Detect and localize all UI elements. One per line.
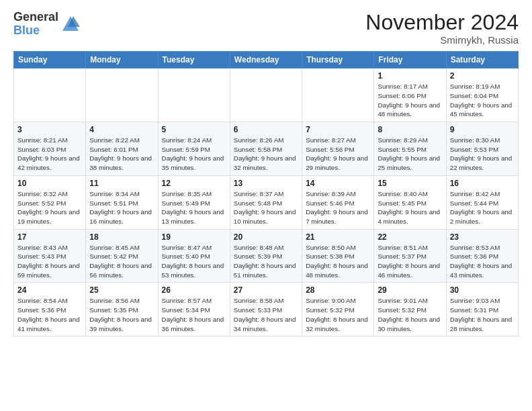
table-row: 1Sunrise: 8:17 AM Sunset: 6:06 PM Daylig… (374, 68, 446, 122)
calendar-week-row: 24Sunrise: 8:54 AM Sunset: 5:36 PM Dayli… (14, 283, 519, 336)
day-info: Sunrise: 8:48 AM Sunset: 5:39 PM Dayligh… (234, 243, 298, 280)
day-info: Sunrise: 9:01 AM Sunset: 5:32 PM Dayligh… (378, 296, 442, 333)
day-info: Sunrise: 8:42 AM Sunset: 5:44 PM Dayligh… (450, 189, 515, 226)
day-number: 1 (378, 71, 442, 81)
table-row: 9Sunrise: 8:30 AM Sunset: 5:53 PM Daylig… (446, 122, 518, 176)
day-number: 25 (89, 285, 154, 295)
table-row: 30Sunrise: 9:03 AM Sunset: 5:31 PM Dayli… (446, 283, 518, 336)
day-info: Sunrise: 8:29 AM Sunset: 5:55 PM Dayligh… (378, 136, 442, 173)
day-number: 9 (450, 125, 515, 134)
day-number: 11 (89, 179, 154, 188)
day-number: 24 (17, 285, 82, 295)
table-row: 16Sunrise: 8:42 AM Sunset: 5:44 PM Dayli… (446, 175, 518, 229)
day-number: 19 (162, 232, 226, 242)
col-monday: Monday (86, 52, 158, 68)
day-number: 5 (162, 125, 226, 134)
day-info: Sunrise: 8:17 AM Sunset: 6:06 PM Dayligh… (378, 82, 442, 119)
day-info: Sunrise: 8:45 AM Sunset: 5:42 PM Dayligh… (89, 243, 154, 280)
table-row: 24Sunrise: 8:54 AM Sunset: 5:36 PM Dayli… (14, 283, 86, 336)
day-number: 16 (450, 179, 515, 188)
table-row (158, 68, 230, 122)
table-row: 17Sunrise: 8:43 AM Sunset: 5:43 PM Dayli… (14, 229, 86, 283)
day-number: 3 (17, 125, 82, 134)
col-sunday: Sunday (14, 52, 86, 68)
day-number: 12 (162, 179, 226, 188)
table-row: 7Sunrise: 8:27 AM Sunset: 5:56 PM Daylig… (302, 122, 374, 176)
table-row: 18Sunrise: 8:45 AM Sunset: 5:42 PM Dayli… (86, 229, 158, 283)
table-row: 22Sunrise: 8:51 AM Sunset: 5:37 PM Dayli… (374, 229, 446, 283)
day-number: 21 (306, 232, 370, 242)
day-number: 14 (306, 179, 370, 188)
day-info: Sunrise: 8:47 AM Sunset: 5:40 PM Dayligh… (162, 243, 226, 280)
table-row: 2Sunrise: 8:19 AM Sunset: 6:04 PM Daylig… (446, 68, 518, 122)
day-info: Sunrise: 8:22 AM Sunset: 6:01 PM Dayligh… (89, 136, 154, 173)
table-row: 26Sunrise: 8:57 AM Sunset: 5:34 PM Dayli… (158, 283, 230, 336)
table-row: 23Sunrise: 8:53 AM Sunset: 5:36 PM Dayli… (446, 229, 518, 283)
day-info: Sunrise: 8:21 AM Sunset: 6:03 PM Dayligh… (17, 136, 82, 173)
table-row: 10Sunrise: 8:32 AM Sunset: 5:52 PM Dayli… (14, 175, 86, 229)
day-number: 29 (378, 285, 442, 295)
day-number: 30 (450, 285, 515, 295)
table-row: 3Sunrise: 8:21 AM Sunset: 6:03 PM Daylig… (14, 122, 86, 176)
day-number: 26 (162, 285, 226, 295)
table-row: 28Sunrise: 9:00 AM Sunset: 5:32 PM Dayli… (302, 283, 374, 336)
day-number: 2 (450, 71, 515, 81)
table-row (302, 68, 374, 122)
logo-general-text: General (13, 11, 58, 24)
table-row: 27Sunrise: 8:58 AM Sunset: 5:33 PM Dayli… (230, 283, 302, 336)
calendar-week-row: 10Sunrise: 8:32 AM Sunset: 5:52 PM Dayli… (14, 175, 519, 229)
page-header: General Blue November 2024 Smirnykh, Rus… (13, 11, 519, 46)
day-number: 27 (234, 285, 298, 295)
calendar-week-row: 17Sunrise: 8:43 AM Sunset: 5:43 PM Dayli… (14, 229, 519, 283)
table-row (14, 68, 86, 122)
calendar-week-row: 3Sunrise: 8:21 AM Sunset: 6:03 PM Daylig… (14, 122, 519, 176)
table-row: 29Sunrise: 9:01 AM Sunset: 5:32 PM Dayli… (374, 283, 446, 336)
day-info: Sunrise: 8:50 AM Sunset: 5:38 PM Dayligh… (306, 243, 370, 280)
month-title: November 2024 (365, 11, 519, 34)
day-number: 10 (17, 179, 82, 188)
location: Smirnykh, Russia (365, 34, 519, 46)
day-info: Sunrise: 8:35 AM Sunset: 5:49 PM Dayligh… (162, 189, 226, 226)
day-info: Sunrise: 8:34 AM Sunset: 5:51 PM Dayligh… (89, 189, 154, 226)
table-row: 13Sunrise: 8:37 AM Sunset: 5:48 PM Dayli… (230, 175, 302, 229)
col-tuesday: Tuesday (158, 52, 230, 68)
table-row: 20Sunrise: 8:48 AM Sunset: 5:39 PM Dayli… (230, 229, 302, 283)
table-row (230, 68, 302, 122)
table-row: 14Sunrise: 8:39 AM Sunset: 5:46 PM Dayli… (302, 175, 374, 229)
calendar-week-row: 1Sunrise: 8:17 AM Sunset: 6:06 PM Daylig… (14, 68, 519, 122)
day-number: 6 (234, 125, 298, 134)
day-info: Sunrise: 8:32 AM Sunset: 5:52 PM Dayligh… (17, 189, 82, 226)
day-number: 4 (89, 125, 154, 134)
table-row: 11Sunrise: 8:34 AM Sunset: 5:51 PM Dayli… (86, 175, 158, 229)
day-info: Sunrise: 8:57 AM Sunset: 5:34 PM Dayligh… (162, 296, 226, 333)
day-info: Sunrise: 8:53 AM Sunset: 5:36 PM Dayligh… (450, 243, 515, 280)
table-row: 25Sunrise: 8:56 AM Sunset: 5:35 PM Dayli… (86, 283, 158, 336)
table-row: 21Sunrise: 8:50 AM Sunset: 5:38 PM Dayli… (302, 229, 374, 283)
day-info: Sunrise: 8:54 AM Sunset: 5:36 PM Dayligh… (17, 296, 82, 333)
table-row: 19Sunrise: 8:47 AM Sunset: 5:40 PM Dayli… (158, 229, 230, 283)
col-friday: Friday (374, 52, 446, 68)
day-number: 7 (306, 125, 370, 134)
day-info: Sunrise: 8:26 AM Sunset: 5:58 PM Dayligh… (234, 136, 298, 173)
day-number: 23 (450, 232, 515, 242)
day-info: Sunrise: 8:39 AM Sunset: 5:46 PM Dayligh… (306, 189, 370, 226)
day-info: Sunrise: 8:27 AM Sunset: 5:56 PM Dayligh… (306, 136, 370, 173)
day-info: Sunrise: 8:40 AM Sunset: 5:45 PM Dayligh… (378, 189, 442, 226)
table-row: 12Sunrise: 8:35 AM Sunset: 5:49 PM Dayli… (158, 175, 230, 229)
day-info: Sunrise: 8:56 AM Sunset: 5:35 PM Dayligh… (89, 296, 154, 333)
logo-blue-text: Blue (13, 24, 58, 38)
title-block: November 2024 Smirnykh, Russia (365, 11, 519, 46)
table-row: 5Sunrise: 8:24 AM Sunset: 5:59 PM Daylig… (158, 122, 230, 176)
logo: General Blue (13, 11, 80, 38)
calendar-table: Sunday Monday Tuesday Wednesday Thursday… (13, 51, 519, 336)
table-row: 8Sunrise: 8:29 AM Sunset: 5:55 PM Daylig… (374, 122, 446, 176)
day-info: Sunrise: 8:51 AM Sunset: 5:37 PM Dayligh… (378, 243, 442, 280)
calendar-header-row: Sunday Monday Tuesday Wednesday Thursday… (14, 52, 519, 68)
day-number: 17 (17, 232, 82, 242)
day-number: 28 (306, 285, 370, 295)
day-number: 15 (378, 179, 442, 188)
day-info: Sunrise: 8:30 AM Sunset: 5:53 PM Dayligh… (450, 136, 515, 173)
table-row: 15Sunrise: 8:40 AM Sunset: 5:45 PM Dayli… (374, 175, 446, 229)
day-info: Sunrise: 8:37 AM Sunset: 5:48 PM Dayligh… (234, 189, 298, 226)
day-info: Sunrise: 8:19 AM Sunset: 6:04 PM Dayligh… (450, 82, 515, 119)
